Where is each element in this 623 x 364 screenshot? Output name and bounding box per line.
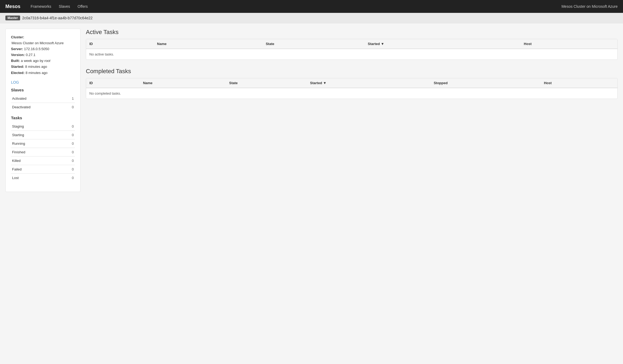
task-stat-value: 0 bbox=[61, 165, 75, 173]
active-tasks-table-wrap: IDNameStateStarted ▼Host No active tasks… bbox=[86, 39, 618, 60]
nav-slaves[interactable]: Slaves bbox=[55, 0, 74, 13]
tasks-table: Staging0Starting0Running0Finished0Killed… bbox=[11, 122, 75, 182]
sidebar: Cluster: Mesos Cluster on Microsoft Azur… bbox=[5, 29, 80, 192]
completed-tasks-title: Completed Tasks bbox=[86, 68, 618, 75]
slaves-title: Slaves bbox=[11, 88, 75, 92]
task-stat-row: Starting0 bbox=[11, 131, 75, 139]
navbar-cluster-name: Mesos Cluster on Microsoft Azure bbox=[562, 4, 618, 9]
slave-label: Activated bbox=[11, 94, 64, 103]
nav-offers[interactable]: Offers bbox=[74, 0, 91, 13]
completed-tasks-col-header: Started ▼ bbox=[307, 78, 431, 88]
task-stat-row: Staging0 bbox=[11, 122, 75, 131]
cluster-value: Mesos Cluster on Microsoft Azure bbox=[11, 40, 75, 46]
server-value: 172.16.0.5:5050 bbox=[24, 47, 49, 51]
slave-row: Activated1 bbox=[11, 94, 75, 103]
completed-tasks-col-header: Stopped bbox=[430, 78, 541, 88]
built-user: root bbox=[44, 59, 50, 63]
slave-label: Deactivated bbox=[11, 103, 64, 111]
tasks-title: Tasks bbox=[11, 116, 75, 120]
active-tasks-empty: No active tasks. bbox=[86, 49, 617, 60]
task-stat-row: Failed0 bbox=[11, 165, 75, 173]
elected-label: Elected: bbox=[11, 71, 25, 75]
task-stat-row: Lost0 bbox=[11, 173, 75, 182]
task-stat-row: Killed0 bbox=[11, 156, 75, 165]
active-tasks-empty-row: No active tasks. bbox=[86, 49, 617, 60]
completed-tasks-col-header: State bbox=[226, 78, 307, 88]
navbar-brand[interactable]: Mesos bbox=[5, 4, 20, 9]
task-stat-label: Staging bbox=[11, 122, 61, 131]
task-stat-value: 0 bbox=[61, 122, 75, 131]
task-stat-label: Killed bbox=[11, 156, 61, 165]
task-stat-value: 0 bbox=[61, 156, 75, 165]
nav-frameworks[interactable]: Frameworks bbox=[27, 0, 55, 13]
log-link[interactable]: LOG bbox=[11, 80, 75, 84]
master-badge: Master bbox=[5, 16, 20, 20]
task-stat-label: Lost bbox=[11, 173, 61, 182]
slave-value: 0 bbox=[64, 103, 75, 111]
built-value: a week ago by bbox=[21, 59, 43, 63]
started-value: 8 minutes ago bbox=[25, 65, 47, 69]
task-stat-label: Starting bbox=[11, 131, 61, 139]
active-tasks-col-header: ID bbox=[86, 39, 154, 49]
navbar-nav: Frameworks Slaves Offers bbox=[27, 0, 91, 13]
task-stat-label: Finished bbox=[11, 148, 61, 156]
active-tasks-table: IDNameStateStarted ▼Host No active tasks… bbox=[86, 39, 617, 60]
version-label: Version: bbox=[11, 53, 25, 57]
task-stat-value: 0 bbox=[61, 148, 75, 156]
task-stat-value: 0 bbox=[61, 173, 75, 182]
built-label: Built: bbox=[11, 59, 20, 63]
task-stat-label: Running bbox=[11, 139, 61, 148]
task-stat-label: Failed bbox=[11, 165, 61, 173]
completed-tasks-empty-row: No completed tasks. bbox=[86, 88, 617, 99]
sidebar-cluster-info: Cluster: Mesos Cluster on Microsoft Azur… bbox=[11, 34, 75, 76]
active-tasks-title: Active Tasks bbox=[86, 29, 618, 36]
completed-tasks-empty: No completed tasks. bbox=[86, 88, 617, 99]
completed-tasks-col-header: ID bbox=[86, 78, 140, 88]
completed-tasks-col-header: Host bbox=[541, 78, 617, 88]
active-tasks-col-header: Name bbox=[154, 39, 262, 49]
completed-tasks-table: IDNameStateStarted ▼StoppedHost No compl… bbox=[86, 78, 617, 99]
active-tasks-col-header: Started ▼ bbox=[365, 39, 521, 49]
completed-tasks-table-wrap: IDNameStateStarted ▼StoppedHost No compl… bbox=[86, 78, 618, 99]
slaves-table: Activated1Deactivated0 bbox=[11, 94, 75, 111]
slave-value: 1 bbox=[64, 94, 75, 103]
version-value: 0.27.1 bbox=[26, 53, 35, 57]
master-id: 2c0a7316-b4a4-4f1e-aa4b-b77d70c64e22 bbox=[22, 16, 93, 20]
navbar: Mesos Frameworks Slaves Offers Mesos Clu… bbox=[0, 0, 623, 13]
main-container: Cluster: Mesos Cluster on Microsoft Azur… bbox=[0, 23, 623, 362]
elected-value: 8 minutes ago bbox=[25, 71, 47, 75]
task-stat-row: Running0 bbox=[11, 139, 75, 148]
server-label: Server: bbox=[11, 47, 23, 51]
completed-tasks-col-header: Name bbox=[140, 78, 226, 88]
task-stat-row: Finished0 bbox=[11, 148, 75, 156]
slave-row: Deactivated0 bbox=[11, 103, 75, 111]
task-stat-value: 0 bbox=[61, 131, 75, 139]
task-stat-value: 0 bbox=[61, 139, 75, 148]
active-tasks-col-header: Host bbox=[521, 39, 617, 49]
content-area: Active Tasks IDNameStateStarted ▼Host No… bbox=[86, 29, 618, 356]
active-tasks-col-header: State bbox=[262, 39, 364, 49]
master-bar: Master 2c0a7316-b4a4-4f1e-aa4b-b77d70c64… bbox=[0, 13, 623, 23]
cluster-label: Cluster: bbox=[11, 35, 24, 39]
started-label: Started: bbox=[11, 65, 24, 69]
